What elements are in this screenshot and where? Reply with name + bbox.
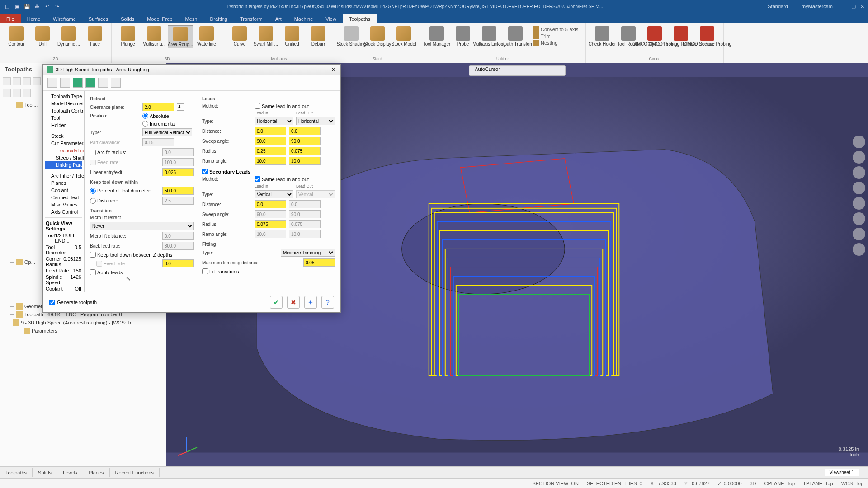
ribbon-face[interactable]: Face: [82, 25, 108, 47]
dt-coolant[interactable]: Coolant: [45, 187, 82, 194]
status-wcs[interactable]: WCS: Top: [841, 481, 863, 486]
input-lrad-in[interactable]: [255, 147, 286, 155]
dlg-tool-5[interactable]: [98, 78, 108, 88]
ribbon-probe[interactable]: Probe: [450, 25, 476, 47]
vp-ricon-4[interactable]: [853, 182, 865, 194]
ok-button[interactable]: ✔: [270, 296, 283, 309]
radio-incremental[interactable]: Incremental: [142, 121, 175, 127]
chk-keepz[interactable]: Keep tool down between Z depths: [90, 252, 172, 258]
ribbon-arearoughing[interactable]: Area Roug...: [168, 25, 193, 48]
vp-ricon-5[interactable]: [853, 197, 865, 210]
vp-btn-4[interactable]: [534, 66, 542, 75]
dt-stock[interactable]: Stock: [45, 132, 82, 140]
chk-generate[interactable]: Generate toolpath: [49, 300, 97, 305]
ribbon-curve[interactable]: Curve: [227, 25, 252, 47]
btab-planes[interactable]: Planes: [83, 468, 110, 477]
ribbon-swarf[interactable]: Swarf Milli...: [253, 25, 278, 47]
chk-arcfit[interactable]: Arc fit radius:: [90, 150, 126, 155]
input-lramp-out[interactable]: [289, 157, 321, 165]
ribbon-toolmanager[interactable]: Tool Manager: [424, 25, 449, 47]
dt-steepshallow[interactable]: Steep / Shallow: [45, 154, 82, 161]
ribbon-stockmodel[interactable]: Stock Model: [391, 25, 416, 47]
input-maxtrim[interactable]: [303, 258, 335, 267]
chk-applyleads[interactable]: Apply leads: [90, 269, 123, 275]
menu-file[interactable]: File: [0, 14, 21, 23]
input-linear[interactable]: [162, 168, 194, 176]
input-ldist-out[interactable]: [289, 127, 321, 135]
ribbon-checkholder[interactable]: Check Holder: [590, 25, 615, 47]
btab-solids[interactable]: Solids: [33, 468, 57, 477]
tree-parameters[interactable]: Parameters: [4, 327, 162, 335]
help-button[interactable]: ?: [321, 296, 334, 309]
dt-linkingparams[interactable]: Linking Parameters: [45, 161, 82, 169]
ribbon-convert5axis[interactable]: Convert to 5-axis: [533, 26, 578, 33]
dt-trochoidal[interactable]: Trochoidal motion: [45, 147, 82, 154]
dialog-titlebar[interactable]: 3D High Speed Toolpaths - Area Roughing …: [43, 65, 340, 75]
vp-btn-6[interactable]: [554, 66, 562, 75]
ribbon-deburr[interactable]: Deburr: [306, 25, 331, 47]
sel-leadout-type[interactable]: Horizontal: [296, 117, 335, 125]
menu-solids[interactable]: Solids: [114, 14, 141, 23]
btab-toolpaths[interactable]: Toolpaths: [0, 468, 33, 477]
chk-ssameleads[interactable]: Same lead in and out: [255, 176, 309, 182]
ribbon-multisurface[interactable]: Multisurfa...: [142, 25, 167, 48]
ribbon-waterline[interactable]: Waterline: [194, 25, 219, 48]
vp-ricon-1[interactable]: [853, 136, 865, 148]
tp-btn-1[interactable]: [3, 77, 11, 85]
input-lramp-in[interactable]: [255, 157, 286, 165]
radio-absolute[interactable]: Absolute: [142, 113, 169, 119]
tp-btn-3[interactable]: [23, 77, 31, 85]
cancel-button[interactable]: ✖: [287, 296, 300, 309]
status-cplane[interactable]: CPLANE: Top: [764, 481, 795, 486]
sel-sleadout-type[interactable]: Vertical: [296, 190, 335, 198]
menu-toolpaths[interactable]: Toolpaths: [343, 14, 377, 23]
ribbon-surfaceprobing[interactable]: CIMCO Surface Probing: [694, 25, 720, 47]
chk-sameleads[interactable]: Same lead in and out: [255, 103, 309, 109]
maximize-icon[interactable]: ▢: [851, 4, 856, 9]
input-srad-in[interactable]: [255, 220, 286, 228]
btab-levels[interactable]: Levels: [57, 468, 83, 477]
undo-icon[interactable]: ↶: [43, 3, 51, 10]
vp-ricon-2[interactable]: [853, 151, 865, 164]
input-lsweep-out[interactable]: [289, 137, 321, 145]
dlg-tool-6[interactable]: [111, 78, 121, 88]
new-icon[interactable]: ▢: [4, 3, 11, 10]
chk-secondary-leads[interactable]: Secondary Leads: [202, 169, 250, 174]
ribbon-trim[interactable]: Trim: [533, 33, 578, 39]
dt-modelgeometry[interactable]: Model Geometry: [45, 100, 82, 107]
input-sdist-in[interactable]: [255, 200, 286, 208]
menu-mesh[interactable]: Mesh: [179, 14, 203, 23]
vp-ricon-7[interactable]: [853, 228, 865, 240]
close-icon[interactable]: ✕: [860, 4, 864, 9]
dt-axiscontrol[interactable]: Axis Control: [45, 208, 82, 216]
dt-miscvalues[interactable]: Misc Values: [45, 201, 82, 208]
dt-holder[interactable]: Holder: [45, 122, 82, 129]
vp-btn-1[interactable]: [505, 66, 513, 75]
select-retract-type[interactable]: Full Vertical Retract: [142, 128, 192, 136]
select-microlift[interactable]: Never: [90, 222, 194, 230]
dt-tool[interactable]: Tool: [45, 114, 82, 122]
menu-transform[interactable]: Transform: [234, 14, 269, 23]
input-clearance[interactable]: [142, 103, 174, 111]
btab-recent[interactable]: Recent Functions: [110, 468, 160, 477]
dt-toolpathtype[interactable]: Toolpath Type: [45, 93, 82, 100]
ribbon-drill[interactable]: Drill: [30, 25, 55, 47]
tree-op9[interactable]: 9 - 3D High Speed (Area rest roughing) -…: [4, 319, 162, 327]
radio-distance[interactable]: Distance:: [90, 198, 118, 204]
sel-sleadin-type[interactable]: Vertical: [255, 190, 293, 198]
input-lrad-out[interactable]: [289, 147, 321, 155]
open-icon[interactable]: ▣: [14, 3, 21, 10]
tp-btn-5[interactable]: [3, 89, 11, 97]
dlg-tool-1[interactable]: [47, 78, 57, 88]
viewsheet-tab[interactable]: Viewsheet 1: [825, 469, 859, 476]
ribbon-stockshading[interactable]: Stock Shading: [339, 25, 364, 47]
dialog-close-icon[interactable]: ✕: [330, 67, 337, 73]
dlg-tool-3[interactable]: [73, 78, 83, 88]
vp-btn-2[interactable]: [514, 66, 523, 75]
tp-btn-6[interactable]: [13, 89, 21, 97]
ribbon-toolpathtransform[interactable]: Toolpath Transform: [503, 25, 528, 47]
apply-button[interactable]: ✦: [304, 296, 317, 309]
status-tplane[interactable]: TPLANE: Top: [803, 481, 833, 486]
menu-surfaces[interactable]: Surfaces: [82, 14, 114, 23]
dlg-tool-2[interactable]: [60, 78, 70, 88]
